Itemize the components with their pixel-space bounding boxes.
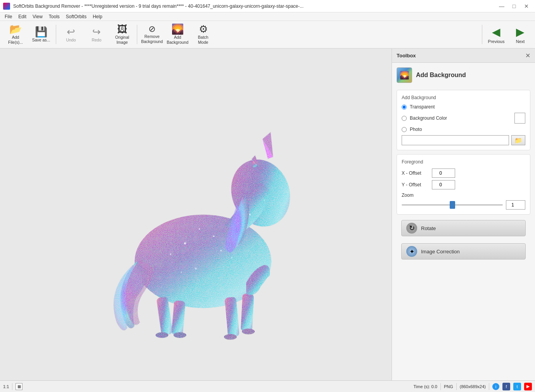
add-background-section-icon: 🌄	[397, 67, 412, 83]
social-icon-1[interactable]: f	[502, 383, 510, 390]
zoom-value-input[interactable]	[506, 200, 525, 210]
toolbox-section-header: 🌄 Add Background	[397, 67, 530, 83]
dimensions-label: (860x689x24)	[460, 384, 486, 389]
time-label: Time (s): 0.0	[414, 384, 437, 389]
menu-file[interactable]: File	[2, 13, 15, 20]
menu-edit[interactable]: Edit	[15, 13, 29, 20]
toolbox-title: Toolbox	[397, 53, 416, 58]
photo-radio[interactable]	[402, 127, 407, 132]
svg-point-7	[242, 328, 255, 334]
photo-path-input[interactable]	[402, 135, 509, 145]
close-button[interactable]: ✕	[521, 2, 532, 10]
canvas-area	[0, 49, 392, 380]
toolbar-separator-1	[56, 25, 56, 44]
add-background-group: Add Background Transparent Background Co…	[397, 90, 530, 150]
svg-point-11	[198, 228, 200, 230]
y-offset-row: Y - Offset	[402, 180, 525, 189]
minimize-button[interactable]: —	[496, 2, 507, 10]
foreground-section: Foregrond X - Offset Y - Offset Zoom	[397, 154, 530, 215]
menu-view[interactable]: View	[29, 13, 46, 20]
photo-browse-button[interactable]: 📁	[511, 135, 525, 145]
svg-point-16	[181, 272, 182, 273]
rotate-icon: ↻	[406, 223, 417, 234]
rotate-label: Rotate	[421, 225, 436, 231]
x-offset-row: X - Offset	[402, 168, 525, 178]
statusbar-sep-2	[440, 383, 441, 390]
photo-radio-row: Photo	[402, 127, 525, 132]
zoom-level: 1:1	[3, 384, 9, 389]
add-background-group-title: Add Background	[402, 95, 525, 100]
y-offset-input[interactable]	[432, 180, 455, 189]
menu-tools[interactable]: Tools	[46, 13, 63, 20]
zoom-level-value: 1:1	[3, 384, 9, 389]
svg-rect-5	[171, 301, 186, 335]
original-image-icon: 🖼	[117, 24, 127, 34]
foreground-title: Foregrond	[402, 159, 525, 165]
rotate-button[interactable]: ↻ Rotate	[401, 220, 526, 236]
background-color-radio[interactable]	[402, 116, 407, 121]
save-as-icon: 💾	[35, 27, 47, 37]
format-label: PNG	[444, 384, 453, 389]
save-as-label: Save as...	[32, 38, 50, 43]
redo-button[interactable]: ↪ Redo	[84, 22, 109, 46]
toolbox-close-button[interactable]: ✕	[525, 52, 530, 59]
remove-bg-icon: ⊘	[148, 25, 155, 33]
svg-point-17	[231, 257, 233, 259]
svg-point-9	[173, 332, 186, 338]
original-image-button[interactable]: 🖼 Original Image	[110, 22, 135, 46]
batch-mode-button[interactable]: ⚙ Batch Mode	[191, 22, 216, 46]
image-correction-label: Image Correction	[421, 249, 460, 254]
color-picker-box[interactable]	[514, 113, 525, 124]
original-image-label: Original Image	[112, 35, 133, 45]
previous-button[interactable]: ◀ Previous	[485, 22, 508, 46]
transparent-radio[interactable]	[402, 105, 407, 110]
statusbar-sep-3	[456, 383, 457, 390]
statusbar-sep-1	[12, 383, 12, 390]
undo-label: Undo	[66, 38, 76, 43]
app-icon	[3, 3, 10, 10]
y-offset-label: Y - Offset	[402, 182, 429, 187]
transparent-label[interactable]: Transparent	[410, 104, 525, 110]
image-correction-icon: ✦	[406, 246, 417, 257]
toolbar-separator-2	[137, 25, 137, 44]
x-offset-input[interactable]	[432, 168, 455, 178]
menu-softorbits[interactable]: SoftOrbits	[63, 13, 90, 20]
zoom-label: Zoom	[402, 193, 525, 198]
add-files-button[interactable]: 📂 Add File(s)...	[3, 22, 28, 46]
save-as-button[interactable]: 💾 Save as...	[29, 22, 54, 46]
titlebar: SoftOrbits Background Remover - ****Unre…	[0, 0, 535, 12]
statusbar-icon: ▦	[16, 383, 22, 390]
redo-label: Redo	[91, 38, 101, 43]
info-icon[interactable]: i	[492, 383, 499, 390]
remove-background-button[interactable]: ⊘ Remove Background	[140, 22, 164, 46]
add-bg-icon: 🌄	[171, 24, 184, 34]
image-correction-button[interactable]: ✦ Image Correction	[401, 243, 526, 260]
svg-point-14	[195, 268, 197, 270]
menu-help[interactable]: Help	[90, 13, 105, 20]
menubar: File Edit View Tools SoftOrbits Help	[0, 12, 535, 21]
svg-point-10	[184, 242, 186, 245]
app-title: SoftOrbits Background Remover - ****Unre…	[13, 3, 493, 9]
previous-label: Previous	[488, 39, 505, 44]
svg-point-19	[264, 199, 265, 201]
batch-mode-label: Batch Mode	[193, 35, 214, 45]
toolbox-body: 🌄 Add Background Add Background Transpar…	[392, 63, 535, 266]
browse-icon: 📁	[514, 137, 522, 144]
svg-point-6	[224, 334, 236, 340]
add-background-button[interactable]: 🌄 Add Background	[165, 22, 190, 46]
add-files-label: Add File(s)...	[5, 35, 26, 45]
next-button[interactable]: ▶ Next	[509, 22, 532, 46]
social-icon-3[interactable]: ▶	[524, 383, 532, 390]
photo-label[interactable]: Photo	[410, 127, 525, 132]
zoom-slider[interactable]	[402, 204, 503, 206]
undo-icon: ↩	[67, 27, 75, 37]
main-content: Toolbox ✕ 🌄 Add Background Add Backgroun…	[0, 49, 535, 380]
maximize-button[interactable]: □	[509, 2, 519, 10]
svg-rect-3	[241, 294, 254, 332]
svg-point-12	[170, 253, 172, 255]
social-icon-2[interactable]: t	[513, 383, 521, 390]
zoom-section: Zoom	[402, 193, 525, 210]
background-color-label[interactable]: Background Color	[410, 115, 511, 121]
undo-button[interactable]: ↩ Undo	[59, 22, 83, 46]
zoom-row	[402, 200, 525, 210]
